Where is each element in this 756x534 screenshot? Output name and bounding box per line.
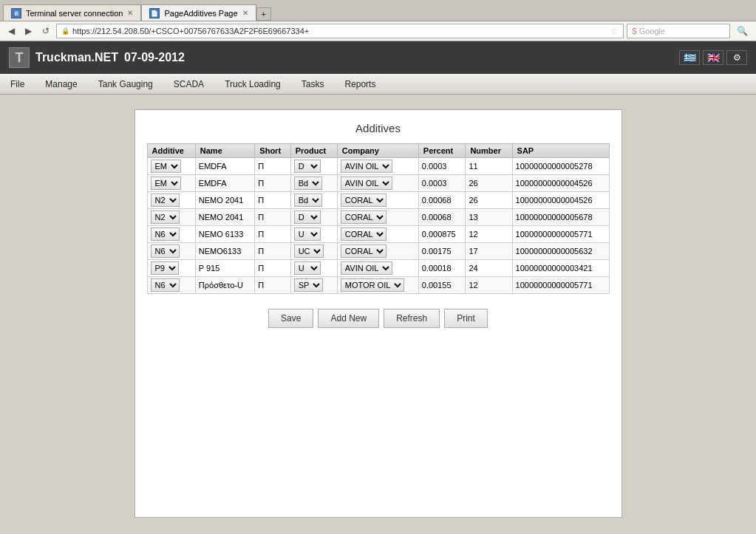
tab-terminal[interactable]: 🖥 Terminal server connection ✕: [3, 4, 141, 21]
name-7-cell: Πρόσθετο-U: [195, 277, 255, 294]
search-button[interactable]: 🔍: [733, 24, 752, 38]
menu-truck-loading[interactable]: Truck Loading: [214, 74, 291, 94]
percent-5-value: 0.00175: [422, 247, 452, 256]
additive-3-select[interactable]: N2: [151, 210, 180, 224]
short-6-cell: Π: [255, 260, 290, 277]
tab-close-page[interactable]: ✕: [242, 9, 248, 17]
company-7-select[interactable]: MOTOR OIL: [341, 278, 404, 292]
sap-2-value: 10000000000004526: [516, 196, 593, 205]
url-text: https://212.54.208.50/+CSCO+00756767633A…: [72, 27, 607, 35]
number-2-cell: 26: [466, 192, 512, 209]
menu-file[interactable]: File: [0, 74, 35, 94]
tab-close-terminal[interactable]: ✕: [127, 9, 133, 17]
company-5-cell: CORAL: [337, 243, 418, 260]
percent-3-cell: 0.00068: [418, 209, 466, 226]
app-header: T Truckman.NET 07-09-2012 🇬🇷 🇬🇧 ⚙: [0, 41, 756, 74]
add-new-button[interactable]: Add New: [318, 309, 379, 328]
company-4-select[interactable]: CORAL: [341, 227, 386, 241]
product-5-select[interactable]: UC: [294, 244, 324, 258]
short-3-cell: Π: [255, 209, 290, 226]
percent-7-cell: 0.00155: [418, 277, 466, 294]
col-percent: Percent: [418, 144, 466, 158]
additive-7-select[interactable]: N6: [151, 278, 180, 292]
flag-greece[interactable]: 🇬🇷: [679, 50, 700, 65]
number-1-value: 26: [469, 179, 477, 188]
name-5-cell: NEMO6133: [195, 243, 255, 260]
print-button[interactable]: Print: [444, 309, 488, 328]
product-7-cell: SP: [290, 277, 337, 294]
number-0-value: 11: [469, 162, 477, 171]
menu-tasks[interactable]: Tasks: [291, 74, 335, 94]
new-tab-button[interactable]: +: [256, 7, 271, 21]
additive-5-select[interactable]: N6: [151, 244, 180, 258]
refresh-button[interactable]: ↺: [38, 24, 53, 38]
table-row: EM EMDFAΠ D AVIN OIL 0.00031110000000000…: [147, 158, 609, 175]
menu-scada[interactable]: SCADA: [163, 74, 214, 94]
number-7-value: 12: [469, 281, 477, 290]
company-5-select[interactable]: CORAL: [341, 244, 386, 258]
button-row: Save Add New Refresh Print: [147, 309, 610, 328]
refresh-button-panel[interactable]: Refresh: [384, 309, 440, 328]
back-button[interactable]: ◀: [4, 24, 18, 38]
percent-4-cell: 0.000875: [418, 226, 466, 243]
name-1-value: EMDFA: [199, 179, 227, 188]
additive-2-select[interactable]: N2: [151, 194, 180, 207]
sap-3-cell: 10000000000005678: [512, 209, 609, 226]
percent-1-value: 0.0003: [422, 179, 447, 188]
company-1-select[interactable]: AVIN OIL: [341, 177, 392, 190]
company-6-select[interactable]: AVIN OIL: [341, 261, 392, 275]
product-2-select[interactable]: Bd: [294, 194, 322, 207]
product-0-select[interactable]: D: [294, 160, 321, 173]
company-3-select[interactable]: CORAL: [341, 210, 386, 224]
table-row: EM EMDFAΠ Bd AVIN OIL 0.0003261000000000…: [147, 175, 609, 192]
forward-button[interactable]: ▶: [21, 24, 35, 38]
table-row: N6 Πρόσθετο-UΠ SP MOTOR OIL 0.0015512100…: [147, 277, 609, 294]
name-3-cell: NEMO 2041: [195, 209, 255, 226]
product-3-select[interactable]: D: [294, 210, 321, 224]
col-company: Company: [337, 144, 418, 158]
percent-2-value: 0.00068: [422, 196, 452, 205]
product-7-select[interactable]: SP: [294, 278, 323, 292]
menu-reports[interactable]: Reports: [334, 74, 386, 94]
percent-6-cell: 0.00018: [418, 260, 466, 277]
number-4-cell: 12: [466, 226, 512, 243]
bookmark-star[interactable]: ☆: [610, 26, 619, 36]
number-2-value: 26: [469, 196, 477, 205]
flag-group: 🇬🇷 🇬🇧 ⚙: [679, 50, 747, 65]
additive-6-select[interactable]: P9: [151, 261, 179, 275]
product-1-select[interactable]: Bd: [294, 177, 322, 190]
save-button[interactable]: Save: [268, 309, 313, 328]
settings-icon[interactable]: ⚙: [726, 50, 747, 65]
sap-4-value: 10000000000005771: [516, 230, 593, 239]
company-2-select[interactable]: CORAL: [341, 194, 386, 207]
url-box[interactable]: 🔒 https://212.54.208.50/+CSCO+0075676763…: [56, 24, 624, 38]
menu-tank-gauging[interactable]: Tank Gauging: [88, 74, 163, 94]
short-4-value: Π: [258, 230, 264, 239]
menu-manage[interactable]: Manage: [35, 74, 87, 94]
search-box[interactable]: S Google: [627, 24, 730, 38]
short-5-cell: Π: [255, 243, 290, 260]
sap-5-value: 10000000000005632: [516, 247, 593, 256]
product-4-select[interactable]: U: [294, 227, 321, 241]
product-1-cell: Bd: [290, 175, 337, 192]
app-date: 07-09-2012: [124, 51, 185, 64]
table-row: N6 NEMO6133Π UC CORAL 0.0017517100000000…: [147, 243, 609, 260]
additive-0-select[interactable]: EM: [151, 160, 181, 173]
panel-title: Additives: [147, 122, 610, 134]
additive-1-select[interactable]: EM: [151, 177, 181, 190]
col-additive: Additive: [147, 144, 195, 158]
white-panel: Additives Additive Name Short Product Co…: [134, 109, 622, 518]
sap-0-cell: 10000000000005278: [512, 158, 609, 175]
name-5-value: NEMO6133: [199, 247, 241, 256]
sap-1-cell: 10000000000004526: [512, 175, 609, 192]
product-6-select[interactable]: U: [294, 261, 321, 275]
company-6-cell: AVIN OIL: [337, 260, 418, 277]
tab-pageadditives[interactable]: 📄 PageAdditives Page ✕: [141, 4, 256, 21]
number-3-value: 13: [469, 213, 477, 222]
table-row: P9 P 915Π U AVIN OIL 0.00018241000000000…: [147, 260, 609, 277]
flag-uk[interactable]: 🇬🇧: [703, 50, 723, 65]
product-2-cell: Bd: [290, 192, 337, 209]
menu-bar: File Manage Tank Gauging SCADA Truck Loa…: [0, 74, 756, 95]
company-0-select[interactable]: AVIN OIL: [341, 160, 392, 173]
additive-4-select[interactable]: N6: [151, 227, 180, 241]
